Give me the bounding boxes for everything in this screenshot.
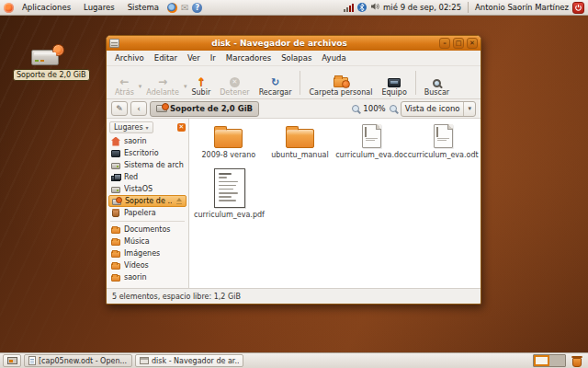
back-arrow-icon: ←	[119, 77, 129, 87]
pdf-preview-icon	[214, 168, 245, 208]
user-menu[interactable]: Antonio Saorín Martínez	[475, 3, 569, 12]
file-view[interactable]: 2009-8 verano ubuntu_manual curriculum_e…	[189, 119, 481, 288]
status-text: 5 elementos, espacio libre: 1,2 GiB	[112, 293, 241, 301]
file-item-curriculum-doc[interactable]: curriculum_eva.doc	[335, 124, 407, 159]
taskbar-window-openoffice[interactable]: [cap05new.odt - Open...	[24, 354, 132, 367]
zoom-out-icon[interactable]	[352, 105, 359, 112]
computer-icon	[388, 78, 401, 87]
folder-icon	[111, 275, 120, 282]
network-icon	[111, 176, 120, 181]
drive-icon	[111, 163, 120, 169]
home-button[interactable]: Carpeta personal	[304, 68, 377, 98]
sidebar-item-escritorio[interactable]: Escritorio	[108, 147, 187, 159]
chevron-down-icon: ▾	[146, 124, 149, 131]
firefox-launcher-icon[interactable]	[167, 3, 177, 13]
file-item-curriculum-odt[interactable]: curriculum_eva.odt	[407, 124, 479, 159]
show-desktop-button[interactable]	[3, 354, 21, 367]
folder-icon	[111, 227, 120, 234]
bluetooth-icon[interactable]	[357, 3, 367, 12]
workspace-1[interactable]	[534, 355, 549, 366]
document-icon	[362, 124, 381, 148]
search-button[interactable]: Buscar	[420, 68, 454, 98]
up-button[interactable]: ↑ Subir	[187, 68, 215, 98]
places-sidebar: Lugares▾ ✕ saorin Escritorio Sistema de …	[107, 119, 189, 288]
menu-editar[interactable]: Editar	[150, 52, 182, 64]
path-button-current[interactable]: Soporte de 2,0 GiB	[150, 101, 259, 117]
document-icon	[28, 356, 36, 365]
sidebar-item-soporte[interactable]: Soporte de ...	[108, 195, 187, 207]
menu-sistema[interactable]: Sistema	[123, 1, 164, 14]
menu-aplicaciones[interactable]: Aplicaciones	[17, 1, 75, 14]
eject-icon[interactable]	[175, 198, 183, 204]
reload-button[interactable]: ↻ Recargar	[254, 68, 297, 98]
sidebar-item-saorin-folder[interactable]: saorin	[108, 271, 187, 283]
file-item-curriculum-pdf[interactable]: curriculum_eva.pdf	[193, 168, 266, 219]
menu-archivo[interactable]: Archivo	[110, 52, 149, 64]
window-menubar: Archivo Editar Ver Ir Marcadores Solapas…	[107, 51, 481, 66]
path-scroll-left-button[interactable]: ‹	[130, 101, 147, 116]
sidebar-item-imagenes[interactable]: Imágenes	[108, 247, 187, 259]
system-tray: mié 9 de sep, 02:25 Antonio Saorín Martí…	[344, 2, 584, 14]
sidebar-item-videos[interactable]: Vídeos	[108, 259, 187, 271]
menu-ir[interactable]: Ir	[206, 52, 220, 64]
back-button[interactable]: ← Atrás	[110, 68, 139, 98]
home-folder-icon	[334, 77, 348, 87]
sidebar-item-papelera[interactable]: Papelera	[108, 207, 187, 219]
computer-button[interactable]: Equipo	[377, 68, 411, 98]
home-icon	[111, 137, 120, 146]
search-icon	[433, 79, 441, 87]
sidebar-item-red[interactable]: Red	[108, 171, 187, 183]
view-mode-select[interactable]: Vista de icono ▾	[401, 101, 476, 117]
minimize-button[interactable]: –	[439, 38, 450, 49]
sidebar-item-filesystem[interactable]: Sistema de archi...	[108, 159, 187, 171]
edit-location-button[interactable]: ✎	[111, 101, 128, 116]
sidebar-item-musica[interactable]: Música	[108, 236, 187, 247]
close-button[interactable]: ✕	[467, 38, 478, 49]
location-bar: ✎ ‹ Soporte de 2,0 GiB 100% Vista de ico…	[107, 99, 481, 119]
trash-icon	[112, 210, 119, 217]
up-arrow-icon: ↑	[197, 77, 206, 87]
desktop-volume-icon[interactable]: Soporte de 2,0 GiB	[13, 50, 77, 81]
maximize-button[interactable]: □	[453, 38, 464, 49]
window-titlebar[interactable]: disk - Navegador de archivos – □ ✕	[107, 36, 481, 51]
forward-button[interactable]: → Adelante	[141, 68, 184, 98]
tray-separator	[468, 2, 469, 13]
drive-icon	[111, 187, 120, 193]
folder-icon	[214, 129, 243, 148]
ubuntu-logo-icon[interactable]	[4, 3, 14, 13]
removable-disk-icon	[112, 199, 121, 205]
menu-marcadores[interactable]: Marcadores	[221, 52, 276, 64]
taskbar-window-filemanager[interactable]: disk - Navegador de ar...	[135, 354, 243, 367]
workspace-switcher	[533, 354, 566, 367]
stop-icon: ✕	[230, 77, 240, 87]
sidebar-item-vistaos[interactable]: VistaOS	[108, 183, 187, 195]
help-launcher-icon[interactable]: ?	[192, 3, 202, 13]
file-item-folder-ubuntu-manual[interactable]: ubuntu_manual	[265, 129, 336, 159]
clock[interactable]: mié 9 de sep, 02:25	[383, 3, 461, 12]
menu-lugares[interactable]: Lugares	[79, 1, 119, 14]
menu-solapas[interactable]: Solapas	[277, 52, 316, 64]
menu-ver[interactable]: Ver	[183, 52, 205, 64]
sidebar-item-home[interactable]: saorin	[108, 135, 187, 147]
stop-button[interactable]: ✕ Detener	[215, 68, 254, 98]
volume-icon[interactable]	[370, 2, 379, 13]
network-signal-icon[interactable]	[344, 4, 354, 12]
zoom-level: 100%	[363, 104, 385, 113]
workspace-2[interactable]	[549, 355, 565, 366]
ubuntu-emblem-icon	[52, 44, 64, 56]
sidebar-separator	[110, 221, 185, 222]
forward-arrow-icon: →	[158, 77, 167, 87]
sidebar-close-icon[interactable]: ✕	[177, 123, 186, 132]
sidebar-item-documentos[interactable]: Documentos	[108, 224, 187, 236]
file-item-folder-verano[interactable]: 2009-8 verano	[193, 129, 265, 159]
zoom-in-icon[interactable]	[390, 105, 397, 112]
mail-launcher-icon[interactable]: ✉	[181, 3, 188, 13]
trash-applet-icon[interactable]	[571, 355, 582, 367]
desktop-volume-label: Soporte de 2,0 GiB	[13, 69, 90, 81]
show-desktop-icon	[7, 357, 17, 364]
shutdown-button[interactable]	[572, 2, 584, 14]
removable-disk-icon	[156, 105, 167, 112]
toolbar-separator	[300, 71, 300, 95]
menu-ayuda[interactable]: Ayuda	[317, 52, 350, 64]
sidebar-mode-select[interactable]: Lugares▾	[109, 121, 153, 133]
